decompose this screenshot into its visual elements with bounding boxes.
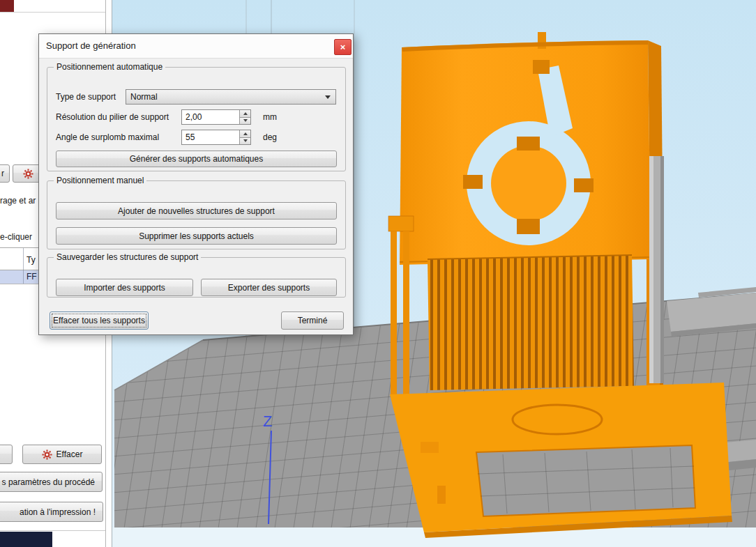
generate-supports-label: Générer des supports automatiques xyxy=(130,154,263,164)
angle-label: Angle de surplomb maximal xyxy=(56,132,159,142)
process-name: FF xyxy=(27,272,37,282)
done-button[interactable]: Terminé xyxy=(281,311,344,330)
angle-decrement-button[interactable] xyxy=(240,138,250,145)
dialog-title: Support de génération xyxy=(46,40,136,51)
support-type-label: Type de support xyxy=(56,92,116,102)
group-label: Positionnement automatique xyxy=(54,62,165,72)
gray-support-pillar xyxy=(649,156,664,383)
group-label: Sauvegarder les structures de support xyxy=(54,252,201,262)
clear-all-supports-label: Effacer tous les supports xyxy=(53,316,145,325)
resolution-decrement-button[interactable] xyxy=(240,118,250,125)
process-settings-button[interactable]: s paramètres du procédé xyxy=(0,472,103,492)
auto-positioning-group: Positionnement automatique Type de suppo… xyxy=(47,67,346,171)
clear-all-supports-button[interactable]: Effacer tous les supports xyxy=(50,311,149,330)
group-label: Positionnement manuel xyxy=(54,176,146,185)
angle-increment-button[interactable] xyxy=(240,130,250,138)
triangle-down-icon xyxy=(243,119,248,122)
done-label: Terminé xyxy=(298,316,328,325)
partial-hint-text: e-cliquer xyxy=(0,232,32,242)
dialog-titlebar[interactable]: Support de génération × xyxy=(39,34,353,59)
save-supports-group: Sauvegarder les structures de support Im… xyxy=(47,257,346,298)
partial-button-left[interactable]: r xyxy=(0,164,10,183)
resolution-input[interactable]: 2,00 xyxy=(181,109,251,125)
support-type-select[interactable]: Normal xyxy=(126,89,336,105)
import-supports-label: Importer des supports xyxy=(84,283,165,293)
add-supports-button[interactable]: Ajouter de nouvelles structures de suppo… xyxy=(56,202,337,219)
chevron-down-icon xyxy=(325,95,331,99)
panel-divider xyxy=(0,12,106,13)
import-supports-button[interactable]: Importer des supports xyxy=(56,279,193,296)
table-column-header[interactable]: Ty xyxy=(27,255,36,265)
window-corner-fragment xyxy=(0,0,14,13)
triangle-down-icon xyxy=(243,139,248,142)
table-column-divider xyxy=(23,248,24,284)
partial-group-label: rage et ar xyxy=(0,196,36,206)
partial-button-label: r xyxy=(1,169,4,178)
application-window: Z r rage et ar e-cliquer Ty FF xyxy=(0,0,756,547)
resolution-value: 2,00 xyxy=(186,112,202,122)
clear-button-label: Effacer xyxy=(56,449,83,459)
resolution-increment-button[interactable] xyxy=(240,110,250,118)
resolution-unit: mm xyxy=(263,112,277,122)
process-settings-label: s paramètres du procédé xyxy=(2,477,95,487)
generate-supports-button[interactable]: Générer des supports automatiques xyxy=(56,151,337,167)
manual-positioning-group: Positionnement manuel Ajouter de nouvell… xyxy=(47,180,346,249)
angle-unit: deg xyxy=(263,132,277,142)
triangle-up-icon xyxy=(243,132,248,135)
support-type-value: Normal xyxy=(130,92,158,102)
triangle-up-icon xyxy=(243,112,248,115)
angle-input[interactable]: 55 xyxy=(181,130,251,145)
delete-supports-label: Supprimer les supports actuels xyxy=(139,231,254,241)
statusbar-fragment xyxy=(0,532,52,547)
support-generation-dialog: Support de génération × Positionnement a… xyxy=(38,33,354,335)
angle-value: 55 xyxy=(186,132,195,142)
clear-button[interactable]: Effacer xyxy=(22,445,102,464)
partial-bottom-button[interactable] xyxy=(0,445,13,464)
z-axis-label: Z xyxy=(263,413,272,430)
gear-icon xyxy=(42,449,52,460)
export-supports-button[interactable]: Exporter des supports xyxy=(201,279,337,296)
prepare-print-button[interactable]: ation à l'impression ! xyxy=(0,502,103,522)
panel-divider xyxy=(0,530,106,531)
delete-supports-button[interactable]: Supprimer les supports actuels xyxy=(56,227,337,245)
tool-icon xyxy=(23,169,33,179)
prepare-print-label: ation à l'impression ! xyxy=(20,507,96,517)
resolution-label: Résolution du pilier de support xyxy=(56,112,169,122)
export-supports-label: Exporter des supports xyxy=(228,283,310,293)
close-button[interactable]: × xyxy=(334,39,351,55)
add-supports-label: Ajouter de nouvelles structures de suppo… xyxy=(118,206,275,216)
close-icon: × xyxy=(340,43,346,52)
